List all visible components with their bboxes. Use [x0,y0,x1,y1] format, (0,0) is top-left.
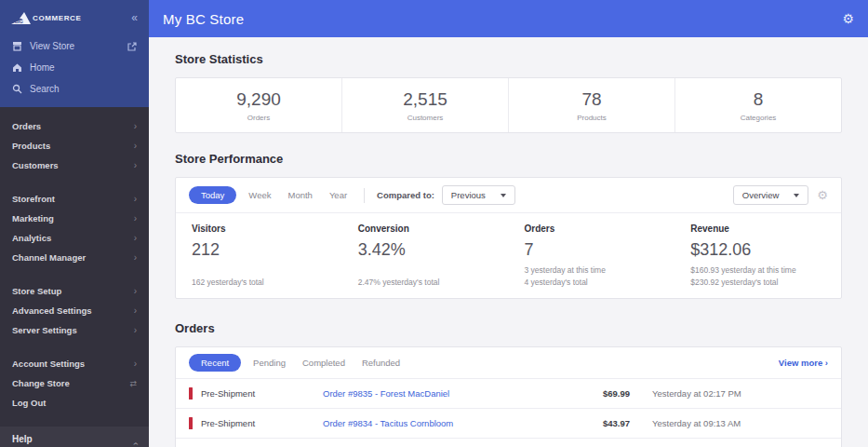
metric-sub-bottom: $230.92 yesterday's total [690,277,825,289]
sidebar-item-label: Log Out [12,398,46,408]
sidebar-item-orders[interactable]: Orders› [0,116,149,136]
sidebar-item-customers[interactable]: Customers› [0,156,149,175]
sidebar-item-account-settings[interactable]: Account Settings› [0,354,149,373]
home-icon [12,62,22,73]
external-link-icon [127,42,137,51]
metric-label: Orders [525,224,660,235]
order-total: $69.99 [583,388,630,399]
metric-label: Revenue [690,224,825,235]
tab-year[interactable]: Year [325,190,352,200]
sidebar-item-home[interactable]: Home [0,57,149,78]
sidebar-item-marketing[interactable]: Marketing› [0,209,149,228]
sidebar-item-products[interactable]: Products› [0,136,149,156]
sidebar-item-channel-manager[interactable]: Channel Manager› [0,248,149,267]
stat-categories: 8 Categories [675,78,841,132]
tab-month[interactable]: Month [283,190,316,200]
sidebar-collapse-button[interactable]: « [131,12,138,23]
orders-heading: Orders [175,321,842,335]
metric-revenue: Revenue $312.06 $160.93 yesterday at thi… [674,224,841,289]
metric-label: Visitors [192,224,327,235]
tab-today[interactable]: Today [189,186,236,204]
tab-completed[interactable]: Completed [298,358,350,368]
store-statistics-card: 9,290 Orders 2,515 Customers 78 Products… [175,77,842,133]
sidebar-help-panel[interactable]: Help Support Pin: 888888 › [0,427,149,447]
tab-recent[interactable]: Recent [189,354,241,372]
sidebar-top-section: BIG COMMERCE « View Store Home Search [0,0,149,107]
sidebar-item-storefront[interactable]: Storefront› [0,189,149,209]
order-link[interactable]: Order #9835 - Forest MacDaniel [323,388,583,399]
order-link[interactable]: Order #9834 - Tacitus Cornbloom [323,418,583,428]
order-total: $43.97 [583,418,630,428]
store-statistics-heading: Store Statistics [175,52,842,66]
stat-value: 2,515 [403,89,447,110]
sidebar-item-server-settings[interactable]: Server Settings› [0,320,149,340]
dashboard-content: Store Statistics 9,290 Orders 2,515 Cust… [149,37,868,447]
performance-metrics: Visitors 212 162 yesterday's total Conve… [176,213,841,298]
view-more-link[interactable]: View more › [779,358,828,368]
page-title: My BC Store [163,11,244,27]
overview-select[interactable]: Overview [733,185,809,205]
chevron-up-icon: › [130,441,140,444]
metric-sub-top: 3 yesterday at this time [525,264,660,277]
metric-conversion: Conversion 3.42% 2.47% yesterday's total [342,224,509,289]
metric-value: $312.06 [690,239,825,260]
metric-value: 3.42% [358,239,493,260]
chevron-right-icon: › [134,194,137,204]
orders-toolbar: Recent Pending Completed Refunded View m… [176,347,841,379]
chevron-right-icon: › [134,359,137,369]
chevron-right-icon: › [134,233,137,243]
table-row: Pre-Shipment Order #9834 - Tacitus Cornb… [176,409,841,439]
status-indicator [189,387,193,400]
logo-wordmark: COMMERCE [33,14,81,22]
sidebar-item-label: View Store [30,41,74,51]
metric-sub-top [358,264,493,277]
sidebar-item-search[interactable]: Search [0,78,149,100]
stat-label: Categories [741,114,777,122]
compared-to-select[interactable]: Previous [442,185,515,205]
order-date: Yesterday at 02:17 PM [630,388,828,399]
sidebar-item-label: Search [30,84,60,94]
stat-products: 78 Products [509,78,675,132]
metric-sub-bottom: 2.47% yesterday's total [358,277,493,289]
metric-visitors: Visitors 212 162 yesterday's total [176,224,342,289]
sidebar-item-label: Advanced Settings [12,305,92,316]
tab-week[interactable]: Week [244,190,275,200]
sidebar-item-label: Change Store [12,378,70,388]
tab-refunded[interactable]: Refunded [357,358,405,368]
stat-label: Customers [407,114,444,122]
metric-orders: Orders 7 3 yesterday at this time 4 yest… [509,224,675,289]
settings-gear-button[interactable]: ⚙ [842,12,854,25]
performance-settings-gear-button[interactable]: ⚙ [817,189,828,201]
sidebar-item-label: Marketing [12,213,54,224]
sidebar-item-label: Customers [12,160,59,170]
chevron-down-icon [794,194,799,197]
svg-text:BIG: BIG [15,19,23,24]
sidebar-item-label: Storefront [12,194,55,204]
performance-toolbar: Today Week Month Year Compared to: Previ… [176,178,841,213]
chevron-down-icon [501,194,506,197]
sidebar-item-label: Analytics [12,233,51,243]
sidebar-item-log-out[interactable]: Log Out [0,393,149,413]
order-date: Yesterday at 09:13 AM [630,418,828,428]
table-row: Completed Order #9833 - Robert Robertson… [176,439,841,447]
sidebar-item-analytics[interactable]: Analytics› [0,228,149,248]
tab-pending[interactable]: Pending [248,358,290,368]
chevron-right-icon: › [134,141,137,151]
store-performance-heading: Store Performance [175,152,842,166]
sidebar-item-label: Orders [12,121,41,131]
order-status: Pre-Shipment [201,418,323,428]
sidebar-item-label: Server Settings [12,325,77,335]
orders-card: Recent Pending Completed Refunded View m… [175,346,842,447]
metric-value: 7 [525,239,660,260]
chevron-right-icon: › [134,160,137,170]
sidebar-item-change-store[interactable]: Change Store⇄ [0,373,149,393]
metric-sub-top: $160.93 yesterday at this time [690,264,825,277]
sidebar-item-store-setup[interactable]: Store Setup› [0,281,149,301]
sidebar-item-view-store[interactable]: View Store [0,35,149,57]
sidebar-nav: Orders› Products› Customers› Storefront›… [0,107,149,427]
stat-orders: 9,290 Orders [176,78,342,132]
storefront-icon [12,41,22,51]
sidebar-item-advanced-settings[interactable]: Advanced Settings› [0,301,149,320]
stat-label: Orders [247,114,270,122]
status-indicator [189,417,193,429]
